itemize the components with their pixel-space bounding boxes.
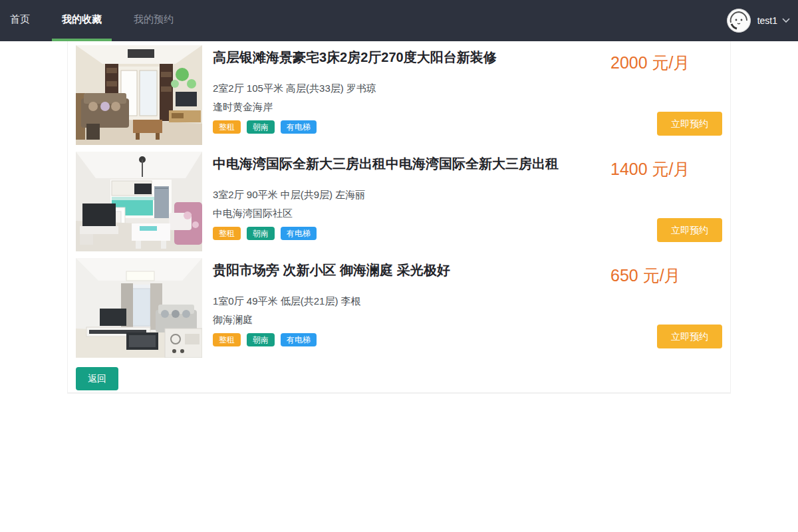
listing-price: 1400 元/月 (610, 158, 722, 180)
listing-actions: 1400 元/月 立即预约 (610, 152, 722, 251)
listing-info: 中电海湾国际全新大三房出租中电海湾国际全新大三房出租 3室2厅 90平米 中层(… (202, 152, 610, 251)
tag-facing-south: 朝南 (247, 227, 275, 240)
listing-tags: 整租 朝南 有电梯 (213, 120, 610, 134)
listing-community: 中电海湾国际社区 (213, 207, 610, 220)
listing-title[interactable]: 高层银滩海景豪宅3床2房2厅270度大阳台新装修 (213, 49, 610, 65)
listing-photo-illustration (76, 258, 202, 358)
listing-row: 高层银滩海景豪宅3床2房2厅270度大阳台新装修 2室2厅 105平米 高层(共… (76, 45, 722, 145)
listing-info: 高层银滩海景豪宅3床2房2厅270度大阳台新装修 2室2厅 105平米 高层(共… (202, 45, 610, 145)
tag-has-elevator: 有电梯 (281, 120, 317, 134)
avatar-face-icon (728, 9, 750, 32)
price-amount: 1400 (610, 160, 648, 178)
listing-photo[interactable] (76, 258, 202, 358)
favorites-panel: 高层银滩海景豪宅3床2房2厅270度大阳台新装修 2室2厅 105平米 高层(共… (67, 41, 731, 394)
listing-community: 御海澜庭 (213, 314, 610, 327)
listing-row: 中电海湾国际全新大三房出租中电海湾国际全新大三房出租 3室2厅 90平米 中层(… (76, 152, 722, 251)
listing-actions: 2000 元/月 立即预约 (610, 45, 722, 145)
tag-facing-south: 朝南 (247, 333, 275, 346)
listing-tags: 整租 朝南 有电梯 (213, 333, 610, 346)
listing-price: 2000 元/月 (610, 52, 722, 74)
user-avatar[interactable] (727, 9, 751, 33)
listing-actions: 650 元/月 立即预约 (610, 258, 722, 358)
username-label[interactable]: test1 (757, 15, 777, 26)
listing-details: 3室2厅 90平米 中层(共9层) 左海丽 (213, 189, 610, 201)
back-button[interactable]: 返回 (76, 367, 118, 390)
price-unit: 元/月 (652, 53, 690, 72)
tag-facing-south: 朝南 (247, 120, 275, 134)
nav-tabs: 首页 我的收藏 我的预约 (0, 0, 196, 41)
listing-title[interactable]: 贵阳市场旁 次新小区 御海澜庭 采光极好 (213, 262, 610, 278)
price-unit: 元/月 (652, 160, 690, 178)
tag-has-elevator: 有电梯 (281, 333, 317, 346)
listing-price: 650 元/月 (610, 265, 722, 287)
listing-row: 贵阳市场旁 次新小区 御海澜庭 采光极好 1室0厅 49平米 低层(共21层) … (76, 258, 722, 358)
tag-whole-rent: 整租 (213, 120, 241, 134)
user-menu[interactable]: test1 (727, 0, 790, 41)
nav-tab-favorites[interactable]: 我的收藏 (52, 0, 112, 41)
tag-has-elevator: 有电梯 (281, 227, 317, 240)
listing-photo[interactable] (76, 45, 202, 145)
listing-details: 2室2厅 105平米 高层(共33层) 罗书琼 (213, 82, 610, 95)
listing-info: 贵阳市场旁 次新小区 御海澜庭 采光极好 1室0厅 49平米 低层(共21层) … (202, 258, 610, 358)
listing-title[interactable]: 中电海湾国际全新大三房出租中电海湾国际全新大三房出租 (213, 156, 610, 172)
panel-footer: 返回 (68, 364, 730, 393)
tag-whole-rent: 整租 (213, 227, 241, 240)
listing-photo[interactable] (76, 152, 202, 251)
listing-photo-illustration (76, 45, 202, 145)
nav-tab-home[interactable]: 首页 (0, 0, 40, 41)
price-unit: 元/月 (643, 266, 681, 285)
price-amount: 650 (610, 266, 638, 285)
listing-photo-illustration (76, 152, 202, 251)
listing-tags: 整租 朝南 有电梯 (213, 227, 610, 240)
listing-details: 1室0厅 49平米 低层(共21层) 李根 (213, 295, 610, 308)
top-navbar: 首页 我的收藏 我的预约 test1 (0, 0, 798, 41)
nav-tab-reservations[interactable]: 我的预约 (124, 0, 184, 41)
chevron-down-icon[interactable] (782, 18, 790, 23)
price-amount: 2000 (610, 53, 648, 72)
book-now-button[interactable]: 立即预约 (657, 218, 722, 242)
book-now-button[interactable]: 立即预约 (657, 325, 722, 348)
listing-community: 逢时黄金海岸 (213, 101, 610, 114)
book-now-button[interactable]: 立即预约 (657, 112, 722, 136)
tag-whole-rent: 整租 (213, 333, 241, 346)
